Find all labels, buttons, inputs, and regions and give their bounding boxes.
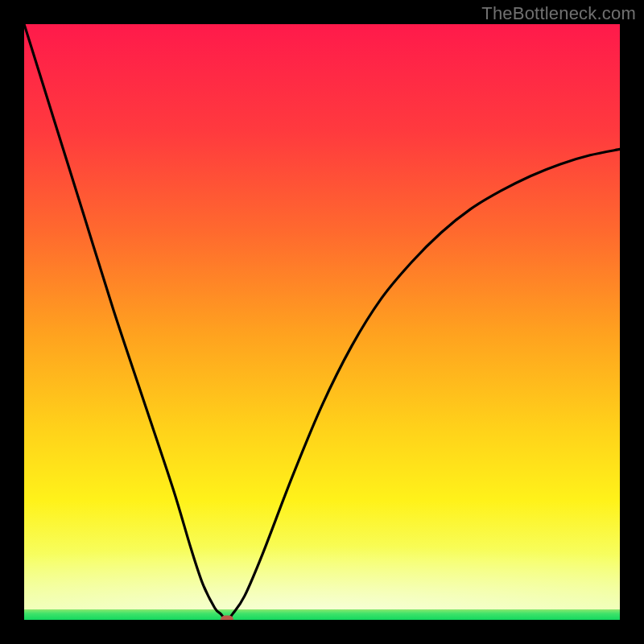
plot-area xyxy=(24,24,620,620)
bottleneck-curve xyxy=(24,24,620,620)
watermark-text: TheBottleneck.com xyxy=(481,3,636,24)
optimal-marker xyxy=(221,616,233,621)
chart-frame: TheBottleneck.com xyxy=(0,0,644,644)
